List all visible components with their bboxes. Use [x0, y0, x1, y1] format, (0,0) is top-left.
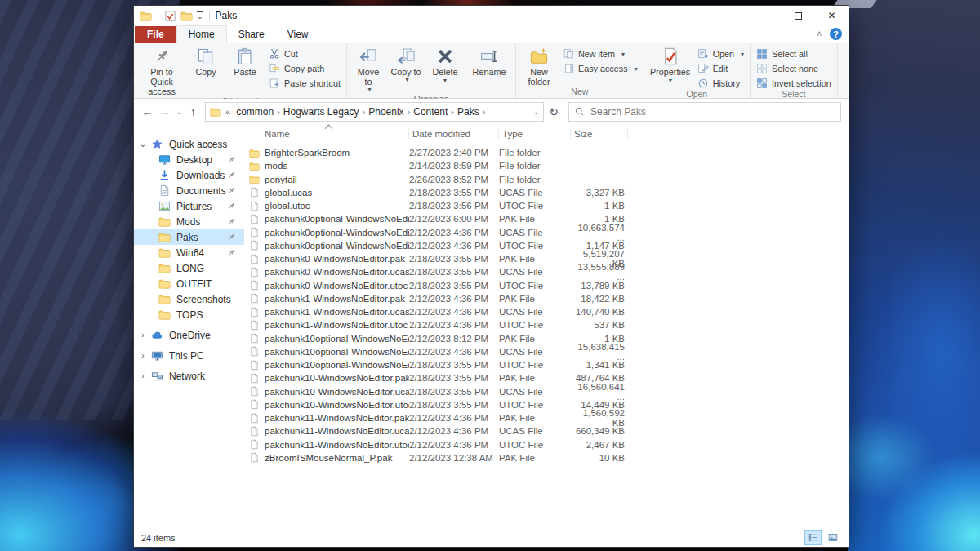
file-row[interactable]: pakchunk10optional-WindowsNoEditor....2/… [247, 345, 849, 358]
sidebar-item-paks[interactable]: Paks [134, 229, 244, 245]
new-item-button[interactable]: New item [563, 48, 638, 60]
file-row[interactable]: pakchunk1-WindowsNoEditor.pak2/12/2023 4… [247, 292, 849, 305]
paste-shortcut-button[interactable]: Paste shortcut [269, 78, 341, 89]
new-folder-qat-icon[interactable] [180, 10, 193, 22]
help-icon[interactable]: ? [830, 28, 842, 40]
tab-share[interactable]: Share [227, 26, 276, 43]
file-row[interactable]: pakchunk11-WindowsNoEditor.ucas2/12/2023… [247, 424, 849, 438]
delete-button[interactable]: Delete [425, 44, 466, 94]
open-button[interactable]: Open [697, 48, 744, 60]
copy-button[interactable]: Copy [187, 44, 225, 96]
pin-to-quick-access-button[interactable]: Pin to Quick access [136, 44, 187, 96]
file-row[interactable]: pakchunk0optional-WindowsNoEditor.u...2/… [247, 226, 849, 239]
breadcrumb-item-paks[interactable]: Paks [456, 106, 481, 118]
properties-button[interactable]: Properties [647, 44, 694, 89]
file-row[interactable]: pakchunk0-WindowsNoEditor.utoc2/18/2023 … [247, 279, 849, 292]
file-row[interactable]: pakchunk10-WindowsNoEditor.ucas2/18/2023… [247, 385, 849, 398]
file-row[interactable]: pakchunk10optional-WindowsNoEditor....2/… [247, 332, 849, 345]
file-row[interactable]: pakchunk1-WindowsNoEditor.utoc2/12/2023 … [247, 318, 849, 331]
file-row[interactable]: global.ucas2/18/2023 3:55 PMUCAS File3,3… [247, 186, 849, 199]
search-box[interactable] [568, 102, 841, 122]
breadcrumb-overflow-icon[interactable]: « [224, 107, 232, 117]
breadcrumb-item-hogwarts-legacy[interactable]: Hogwarts Legacy [282, 106, 361, 118]
breadcrumb-separator-icon[interactable]: › [481, 107, 488, 117]
sidebar-item-downloads[interactable]: Downloads [134, 167, 244, 183]
copy-path-button[interactable]: Copy path [269, 63, 341, 74]
maximize-button[interactable] [782, 6, 815, 25]
sidebar-item-win64[interactable]: Win64 [134, 245, 244, 260]
file-row[interactable]: global.utoc2/18/2023 3:56 PMUTOC File1 K… [247, 199, 849, 212]
select-all-button[interactable]: Select all [756, 48, 831, 60]
file-row[interactable]: pakchunk0-WindowsNoEditor.ucas2/18/2023 … [247, 265, 849, 278]
minimize-button[interactable] [748, 6, 782, 25]
breadcrumb-item-phoenix[interactable]: Phoenix [367, 106, 405, 118]
invert-selection-button[interactable]: Invert selection [756, 78, 831, 89]
move-to-button[interactable]: Move to [350, 44, 387, 94]
sidebar-item-mods[interactable]: Mods [134, 214, 244, 229]
title-bar[interactable]: ⌄ Paks ✕ [134, 6, 849, 25]
folder-row[interactable]: mods2/14/2023 8:59 PMFile folder [247, 159, 849, 172]
sidebar-item-pictures[interactable]: Pictures [134, 198, 244, 214]
file-row[interactable]: pakchunk11-WindowsNoEditor.utoc2/12/2023… [247, 438, 849, 451]
file-row[interactable]: pakchunk1-WindowsNoEditor.ucas2/12/2023 … [247, 305, 849, 318]
file-row[interactable]: pakchunk10-WindowsNoEditor.utoc2/18/2023… [247, 398, 849, 411]
folder-row[interactable]: BrighterSparkBroom2/27/2023 2:40 PMFile … [247, 146, 849, 159]
up-button[interactable]: ↑ [185, 105, 202, 118]
sidebar-item-long[interactable]: LONG [134, 260, 244, 276]
file-row[interactable]: pakchunk0optional-WindowsNoEditor.ut...2… [247, 239, 849, 252]
collapse-chevron-icon[interactable]: ⌄ [139, 140, 147, 149]
sidebar-item-tops[interactable]: TOPS [134, 307, 244, 322]
history-button[interactable]: History [697, 78, 744, 89]
cut-button[interactable]: Cut [269, 48, 341, 60]
file-row[interactable]: pakchunk0optional-WindowsNoEditor.pak2/1… [247, 212, 849, 225]
expand-chevron-icon[interactable]: › [139, 371, 147, 380]
breadcrumb-separator-icon[interactable]: › [449, 107, 456, 117]
collapse-ribbon-icon[interactable]: ˄ [817, 29, 822, 38]
copy-to-button[interactable]: Copy to [387, 44, 425, 94]
expand-chevron-icon[interactable]: › [139, 351, 147, 360]
sidebar-item-quick-access[interactable]: ⌄Quick access [134, 136, 244, 152]
search-input[interactable] [589, 105, 835, 118]
sidebar-item-documents[interactable]: Documents [134, 183, 244, 198]
sidebar-item-screenshots[interactable]: Screenshots [134, 291, 244, 307]
rename-button[interactable]: Rename [466, 44, 513, 94]
recent-locations-dropdown-icon[interactable]: ⌄ [173, 108, 185, 116]
qat-customize-dropdown-icon[interactable]: ⌄ [197, 11, 203, 20]
file-row[interactable]: pakchunk11-WindowsNoEditor.pak2/12/2023 … [247, 411, 849, 424]
column-header-size[interactable]: Size [571, 128, 628, 140]
file-row[interactable]: zBroomISMouseNormal_P.pak2/12/2023 12:38… [247, 451, 849, 464]
tab-view[interactable]: View [276, 26, 320, 43]
tab-home[interactable]: Home [176, 25, 227, 43]
breadcrumb[interactable]: « common›Hogwarts Legacy›Phoenix›Content… [205, 102, 544, 122]
sidebar-item-desktop[interactable]: Desktop [134, 152, 244, 167]
breadcrumb-separator-icon[interactable]: › [275, 107, 282, 117]
file-row[interactable]: pakchunk10optional-WindowsNoEditor....2/… [247, 358, 849, 371]
select-none-button[interactable]: Select none [756, 63, 831, 74]
sidebar-item-network[interactable]: ›Network [134, 368, 244, 384]
sidebar-item-this-pc[interactable]: ›This PC [134, 348, 244, 363]
breadcrumb-separator-icon[interactable]: › [406, 107, 412, 117]
refresh-button[interactable]: ↻ [544, 105, 564, 118]
sidebar-item-outfit[interactable]: OUTFIT [134, 276, 244, 291]
column-header-type[interactable]: Type [499, 128, 571, 140]
properties-qat-icon[interactable] [164, 10, 176, 22]
back-button[interactable]: ← [139, 105, 156, 118]
expand-chevron-icon[interactable]: › [139, 331, 147, 340]
easy-access-button[interactable]: Easy access [563, 63, 638, 74]
paste-button[interactable]: Paste [225, 44, 265, 96]
file-row[interactable]: pakchunk10-WindowsNoEditor.pak2/18/2023 … [247, 371, 849, 384]
breadcrumb-item-common[interactable]: common [234, 106, 275, 118]
file-row[interactable]: pakchunk0-WindowsNoEditor.pak2/18/2023 3… [247, 252, 849, 265]
thumbnails-view-button[interactable] [824, 530, 841, 545]
details-view-button[interactable] [804, 530, 822, 545]
close-button[interactable]: ✕ [815, 6, 849, 25]
tab-file[interactable]: File [135, 26, 176, 43]
breadcrumb-item-content[interactable]: Content [412, 106, 449, 118]
column-header-date-modified[interactable]: Date modified [409, 128, 499, 140]
edit-button[interactable]: Edit [697, 63, 744, 74]
new-folder-button[interactable]: New folder [519, 44, 559, 87]
folder-row[interactable]: ponytail2/26/2023 8:52 PMFile folder [247, 173, 849, 186]
forward-button[interactable]: → [156, 105, 173, 118]
address-dropdown-icon[interactable]: ⌄ [532, 108, 539, 116]
sidebar-item-onedrive[interactable]: ›OneDrive [134, 327, 244, 343]
